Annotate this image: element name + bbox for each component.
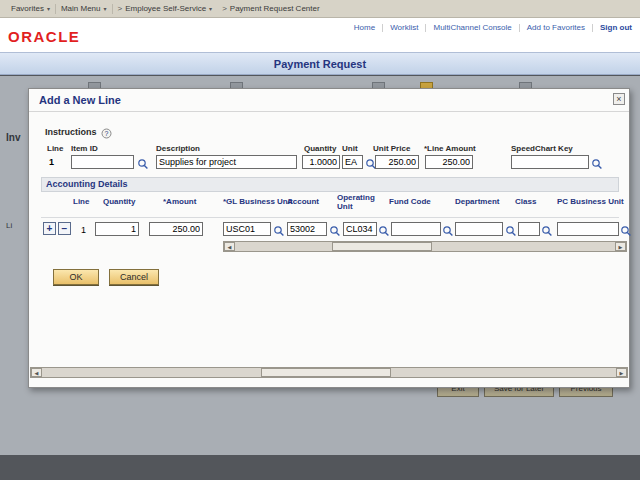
scrollbar-thumb[interactable] bbox=[332, 242, 432, 251]
row-account-field[interactable] bbox=[287, 222, 327, 236]
speedchart-key-field[interactable] bbox=[511, 155, 589, 169]
chevron-down-icon bbox=[104, 4, 107, 13]
chevron-down-icon bbox=[209, 4, 212, 13]
item-id-field[interactable] bbox=[71, 155, 134, 169]
breadcrumb-separator bbox=[222, 4, 227, 13]
line-label: Line bbox=[47, 144, 63, 153]
background-partial-text: Li bbox=[6, 221, 12, 230]
link-divider bbox=[519, 24, 520, 32]
account-lookup-icon[interactable] bbox=[329, 223, 341, 235]
modal-title-divider bbox=[29, 111, 629, 112]
col-account: Account bbox=[287, 197, 319, 206]
scroll-right-icon[interactable] bbox=[616, 368, 627, 377]
scroll-left-icon[interactable] bbox=[31, 368, 42, 377]
quantity-label: Quantity bbox=[304, 144, 336, 153]
multichannel-console-link[interactable]: MultiChannel Console bbox=[433, 23, 511, 32]
grid-horizontal-scrollbar[interactable] bbox=[223, 241, 627, 252]
ok-button[interactable]: OK bbox=[53, 269, 99, 285]
row-operating-unit-field[interactable] bbox=[343, 222, 377, 236]
unit-field[interactable] bbox=[342, 155, 363, 169]
quantity-field[interactable] bbox=[302, 155, 340, 169]
operating-unit-lookup-icon[interactable] bbox=[378, 223, 390, 235]
add-to-favorites-link[interactable]: Add to Favorites bbox=[527, 23, 585, 32]
unit-label: Unit bbox=[342, 144, 358, 153]
scroll-right-icon[interactable] bbox=[615, 242, 626, 251]
col-pc-business-unit: PC Business Unit bbox=[557, 197, 624, 206]
col-department: Department bbox=[455, 197, 499, 206]
row-pc-business-unit-field[interactable] bbox=[557, 222, 619, 236]
cancel-button[interactable]: Cancel bbox=[109, 269, 159, 285]
help-icon[interactable]: ? bbox=[101, 125, 112, 143]
breadcrumb-payment-request-center[interactable]: Payment Request Center bbox=[217, 4, 325, 13]
breadcrumb-bar: Favorites Main Menu Employee Self-Servic… bbox=[0, 0, 640, 18]
col-fund-code: Fund Code bbox=[389, 197, 431, 206]
header-bar: ORACLE Home Worklist MultiChannel Consol… bbox=[0, 18, 640, 52]
chevron-down-icon bbox=[47, 4, 50, 13]
row-gl-business-unit-field[interactable] bbox=[223, 222, 271, 236]
breadcrumb-separator bbox=[118, 4, 123, 13]
remove-row-button[interactable]: − bbox=[58, 222, 71, 235]
fund-code-lookup-icon[interactable] bbox=[442, 223, 454, 235]
page-title-band: Payment Request bbox=[0, 52, 640, 75]
line-number-value: 1 bbox=[49, 157, 54, 167]
svg-text:?: ? bbox=[105, 130, 109, 137]
breadcrumb-prc-label: Payment Request Center bbox=[230, 4, 320, 13]
col-class: Class bbox=[515, 197, 536, 206]
breadcrumb-main-menu-label: Main Menu bbox=[61, 4, 101, 13]
accounting-details-header: Accounting Details bbox=[41, 177, 619, 192]
line-amount-label: *Line Amount bbox=[424, 144, 476, 153]
background-partial-text: Inv bbox=[6, 132, 20, 143]
breadcrumb-employee-self-service[interactable]: Employee Self-Service bbox=[113, 4, 218, 13]
class-lookup-icon[interactable] bbox=[541, 223, 553, 235]
speedchart-key-label: SpeedChart Key bbox=[511, 144, 573, 153]
row-quantity-field[interactable] bbox=[95, 222, 139, 236]
line-amount-field[interactable] bbox=[425, 155, 473, 169]
grid-header-divider bbox=[41, 217, 619, 218]
link-divider bbox=[425, 24, 426, 32]
row-department-field[interactable] bbox=[455, 222, 503, 236]
close-icon[interactable]: × bbox=[613, 93, 625, 105]
breadcrumb-favorites-label: Favorites bbox=[11, 4, 44, 13]
row-amount-field[interactable] bbox=[149, 222, 203, 236]
pc-business-unit-lookup-icon[interactable] bbox=[620, 223, 632, 235]
speedchart-lookup-icon[interactable] bbox=[591, 156, 603, 168]
instructions-label: Instructions bbox=[45, 127, 97, 137]
unit-price-field[interactable] bbox=[375, 155, 419, 169]
modal-title: Add a New Line bbox=[39, 94, 121, 106]
col-operating-unit: Operating Unit bbox=[337, 193, 375, 211]
description-field[interactable] bbox=[156, 155, 297, 169]
item-id-label: Item ID bbox=[71, 144, 98, 153]
breadcrumb-main-menu[interactable]: Main Menu bbox=[56, 4, 112, 13]
unit-price-label: Unit Price bbox=[373, 144, 410, 153]
scrollbar-thumb[interactable] bbox=[261, 368, 391, 377]
oracle-logo: ORACLE bbox=[8, 28, 80, 45]
add-row-button[interactable]: + bbox=[43, 222, 56, 235]
gl-business-unit-lookup-icon[interactable] bbox=[273, 223, 285, 235]
home-link[interactable]: Home bbox=[354, 23, 375, 32]
breadcrumb-favorites[interactable]: Favorites bbox=[6, 4, 55, 13]
col-amount: *Amount bbox=[163, 197, 196, 206]
item-id-lookup-icon[interactable] bbox=[137, 156, 149, 168]
link-divider bbox=[382, 24, 383, 32]
row-line-number: 1 bbox=[81, 225, 86, 235]
row-class-field[interactable] bbox=[518, 222, 540, 236]
col-quantity: Quantity bbox=[103, 197, 135, 206]
header-links: Home Worklist MultiChannel Console Add t… bbox=[354, 23, 632, 32]
col-line: Line bbox=[73, 197, 89, 206]
col-gl-business-unit: *GL Business Unit bbox=[223, 197, 293, 206]
add-new-line-modal: Add a New Line × Instructions ? Line Ite… bbox=[28, 88, 630, 388]
description-label: Description bbox=[156, 144, 200, 153]
department-lookup-icon[interactable] bbox=[505, 223, 517, 235]
breadcrumb-ess-label: Employee Self-Service bbox=[125, 4, 206, 13]
row-fund-code-field[interactable] bbox=[391, 222, 441, 236]
modal-horizontal-scrollbar[interactable] bbox=[30, 367, 628, 378]
worklist-link[interactable]: Worklist bbox=[390, 23, 418, 32]
scroll-left-icon[interactable] bbox=[224, 242, 235, 251]
link-divider bbox=[592, 24, 593, 32]
page-title: Payment Request bbox=[274, 58, 366, 70]
sign-out-link[interactable]: Sign out bbox=[600, 23, 632, 32]
